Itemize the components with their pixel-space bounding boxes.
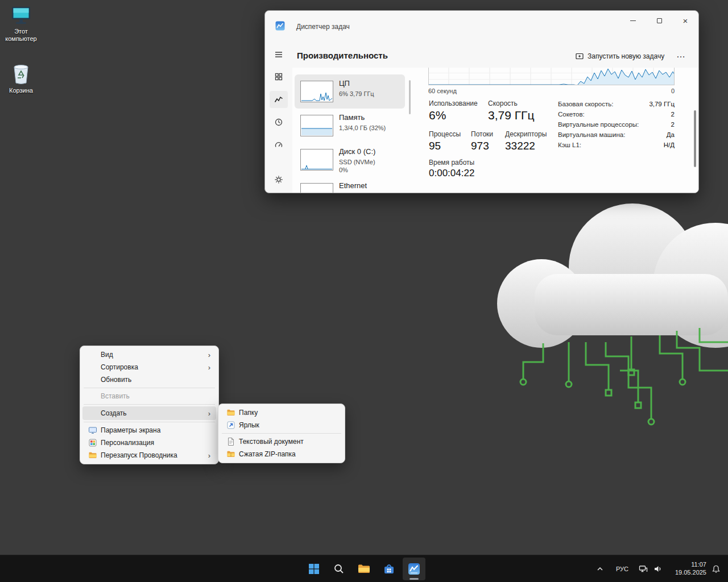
minimize-icon <box>630 20 636 21</box>
menu-item-sort[interactable]: Сортировка › <box>82 361 216 373</box>
task-manager-window: Диспетчер задач × Производительность <box>264 10 699 193</box>
maximize-icon <box>657 18 662 23</box>
desktop-icon-this-pc[interactable]: Этот компьютер <box>0 5 42 43</box>
menu-separator <box>84 404 215 405</box>
time-text: 11:07 <box>669 560 706 568</box>
window-controls: × <box>620 11 698 30</box>
settings-button[interactable] <box>270 171 288 188</box>
personalize-icon <box>88 438 97 447</box>
recycle-bin-icon <box>0 63 42 85</box>
date-text: 19.05.2025 <box>669 568 706 576</box>
close-icon: × <box>683 16 688 26</box>
speed-label: Скорость <box>488 99 518 107</box>
perf-item-disk[interactable]: Диск 0 (C:) SSD (NVMe) 0% <box>295 143 405 177</box>
usage-label: Использование <box>429 99 478 107</box>
menu-separator <box>84 388 215 388</box>
task-manager-app-icon <box>275 21 285 33</box>
menu-separator <box>222 433 341 434</box>
info-row: Кэш L1: Н/Д <box>558 142 675 148</box>
search-icon <box>333 563 345 575</box>
speaker-icon <box>653 564 663 573</box>
menu-item-new[interactable]: Создать › <box>82 406 216 420</box>
store-icon <box>382 562 396 576</box>
hidden-icons-button[interactable] <box>593 562 607 576</box>
task-manager-taskbar-button[interactable] <box>403 558 425 580</box>
wallpaper-cloud-circuit <box>489 200 728 433</box>
handles-label: Дескрипторы <box>505 130 547 138</box>
store-button[interactable] <box>378 558 400 580</box>
perf-item-ethernet[interactable]: Ethernet <box>295 177 405 193</box>
performance-icon <box>274 95 283 104</box>
submenu-item-folder[interactable]: Папку <box>221 406 342 419</box>
more-options-button[interactable]: … <box>672 47 689 63</box>
menu-item-restart-explorer[interactable]: Перезапуск Проводника › <box>82 449 216 462</box>
chevron-right-icon: › <box>208 409 210 418</box>
axis-left-label: 60 секунд <box>428 88 457 94</box>
threads-value: 973 <box>471 140 489 152</box>
perf-item-cpu[interactable]: ЦП 6% 3,79 ГГц <box>295 74 405 109</box>
info-row: Базовая скорость: 3,79 ГГц <box>558 101 675 107</box>
uptime-value: 0:00:04:22 <box>429 168 474 179</box>
task-manager-icon <box>407 562 421 576</box>
navigation-menu-button[interactable] <box>270 46 288 63</box>
notifications-button[interactable] <box>709 562 723 576</box>
axis-right-label: 0 <box>671 88 675 94</box>
submenu-item-shortcut[interactable]: Ярлык <box>221 419 342 431</box>
start-button[interactable] <box>303 558 325 580</box>
text-document-icon <box>226 437 235 446</box>
zip-folder-icon <box>226 450 235 459</box>
display-icon <box>88 426 97 435</box>
chart-axis-labels: 60 секунд 0 <box>428 88 675 94</box>
search-button[interactable] <box>328 558 350 580</box>
maximize-button[interactable] <box>646 11 672 30</box>
menu-item-paste: Вставить <box>82 390 216 402</box>
window-scrollbar[interactable] <box>694 110 696 167</box>
taskbar-center-icons <box>301 558 427 580</box>
taskbar: РУС 11:07 19.05.2025 <box>0 555 728 582</box>
new-submenu: Папку Ярлык Текстовый документ Сжатая ZI… <box>218 404 345 463</box>
chevron-right-icon: › <box>208 363 210 372</box>
cpu-mini-chart <box>300 81 333 102</box>
explorer-folder-icon <box>88 451 97 460</box>
file-explorer-button[interactable] <box>353 558 375 580</box>
menu-item-display-settings[interactable]: Параметры экрана <box>82 424 216 436</box>
speed-value: 3,79 ГГц <box>488 109 534 122</box>
window-title: Диспетчер задач <box>296 23 350 31</box>
volume-button[interactable] <box>651 562 665 576</box>
desktop-icon-recycle-bin[interactable]: Корзина <box>0 63 42 94</box>
list-scrollbar[interactable] <box>409 80 411 114</box>
shortcut-icon <box>226 421 235 430</box>
info-row: Сокетов: 2 <box>558 111 675 118</box>
menu-item-personalize[interactable]: Персонализация <box>82 436 216 449</box>
gear-icon <box>274 175 283 184</box>
minimize-button[interactable] <box>620 11 646 30</box>
language-indicator[interactable]: РУС <box>612 562 632 576</box>
chevron-up-icon <box>596 565 604 573</box>
cpu-usage-chart <box>428 68 675 85</box>
network-button[interactable] <box>636 562 651 576</box>
processes-value: 95 <box>429 140 441 152</box>
memory-mini-chart <box>300 115 333 136</box>
folder-icon <box>226 408 235 417</box>
windows-logo-icon <box>308 563 320 575</box>
tab-performance[interactable] <box>270 91 288 108</box>
chevron-right-icon: › <box>208 451 210 460</box>
threads-label: Потоки <box>471 130 493 138</box>
menu-item-view[interactable]: Вид › <box>82 348 216 361</box>
run-new-task-button[interactable]: Запустить новую задачу <box>570 48 670 64</box>
submenu-item-zip-folder[interactable]: Сжатая ZIP-папка <box>221 448 342 460</box>
tab-app-history[interactable] <box>270 114 288 131</box>
processes-label: Процессы <box>429 130 461 138</box>
uptime-label: Время работы <box>429 159 474 167</box>
file-explorer-icon <box>357 562 371 576</box>
clock-icon <box>274 118 283 127</box>
tab-startup-apps[interactable] <box>270 136 288 153</box>
clock[interactable]: 11:07 19.05.2025 <box>669 560 706 576</box>
menu-item-refresh[interactable]: Обновить <box>82 373 216 386</box>
submenu-item-text-document[interactable]: Текстовый документ <box>221 435 342 448</box>
perf-item-memory[interactable]: Память 1,3/4,0 ГБ (32%) <box>295 109 405 143</box>
desktop-icon-label: Корзина <box>0 87 42 94</box>
gauge-icon <box>274 140 283 149</box>
tab-processes[interactable] <box>270 68 288 85</box>
close-button[interactable]: × <box>672 11 698 30</box>
